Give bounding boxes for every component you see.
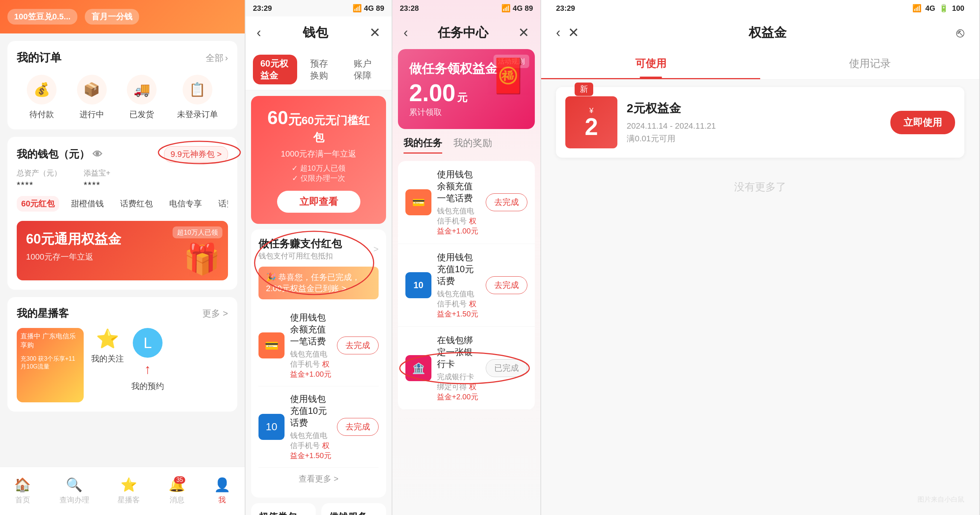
task-section-title: 做任务赚支付红包 bbox=[258, 237, 342, 251]
order-item-unlogged[interactable]: 📋 未登录订单 bbox=[177, 75, 218, 120]
banner-item-2[interactable]: 盲月一分钱 bbox=[85, 9, 139, 25]
wallet-stats: 总资产（元） **** 添益宝+ **** bbox=[17, 168, 228, 191]
xingbo-live-desc: 充300 获3个乐享+11月10G流量 bbox=[17, 353, 84, 373]
task-tab-reward[interactable]: 我的奖励 bbox=[453, 137, 492, 154]
wallet-tabs: 60元红包 甜橙借钱 话费红包 电信专享 话费 bbox=[17, 196, 228, 213]
wallet-tab-4[interactable]: 话费 bbox=[214, 196, 228, 211]
wallet-task-section: 做任务赚支付红包 钱包支付可用红包抵扣 > 🎉 恭喜您，任务已完成，2.00元权… bbox=[251, 229, 386, 498]
see-more[interactable]: 查看更多 > bbox=[258, 468, 379, 490]
close-icon-3[interactable]: ✕ bbox=[518, 25, 529, 41]
loan-service-title: 借钱服务 bbox=[329, 510, 379, 515]
battery-icon-4: 🔋 bbox=[939, 4, 948, 13]
task-row-name-2: 在钱包绑定一张银行卡 bbox=[437, 334, 480, 370]
task-row-desc-2: 完成银行卡绑定可得 权益金+2.00元 bbox=[437, 372, 480, 402]
xingbo-title: 我的星播客 bbox=[17, 307, 69, 321]
task-item-1: 10 使用钱包充值10元话费 钱包充值电信手机号 权益金+1.50元 去完成 bbox=[258, 386, 379, 468]
coupon-pack-title: 超值券包 bbox=[258, 510, 308, 515]
task-row-icon-2: 🏦 bbox=[406, 355, 431, 381]
add-benefit-label[interactable]: 添益宝+ bbox=[84, 168, 110, 178]
nav-home-label: 首页 bbox=[15, 495, 30, 505]
quanyi-coupon-card: 新 ¥ 2 2元权益金 2024.11.14 - 2024.11.21 满0.0… bbox=[556, 87, 964, 158]
wallet-promo-checks: ✓ 超10万人已领 ✓ 仅限办理一次 bbox=[262, 163, 375, 183]
xingbo-more[interactable]: 更多 > bbox=[202, 307, 228, 319]
network-3: 4G 89 bbox=[513, 4, 533, 13]
back-icon-2[interactable]: ‹ bbox=[257, 25, 261, 41]
task-hero: 活动规则 做任务领权益金 2.00 元 累计领取 🧧 bbox=[398, 49, 535, 129]
wallet-tab-0[interactable]: 60元红包 bbox=[17, 196, 59, 211]
loan-service-card: 借钱服务 常见问题 > 一键查询 bbox=[321, 503, 386, 515]
wifi-icon-4: 📶 bbox=[912, 4, 922, 13]
task-tabs: 我的任务 我的奖励 bbox=[392, 129, 540, 161]
coupon-amount: 2 bbox=[585, 115, 598, 139]
banner-item-1[interactable]: 100笠豆兑0.5... bbox=[8, 9, 77, 25]
order-item-shipped[interactable]: 🚚 已发货 bbox=[127, 75, 157, 120]
orders-title: 我的订单 bbox=[17, 50, 61, 65]
task-center-title: 任务中心 bbox=[438, 24, 488, 41]
orders-all-link[interactable]: 全部 › bbox=[206, 52, 228, 64]
status-bar-3: 23:28 📶 4G 89 bbox=[392, 0, 540, 16]
xingbo-live[interactable]: 直播中 广东电信乐享购 充300 获3个乐享+11月10G流量 bbox=[17, 328, 84, 402]
wallet-tab-1[interactable]: 甜橙借钱 bbox=[67, 196, 108, 211]
coupon-badge[interactable]: 9.9元神券包 > bbox=[164, 146, 228, 162]
task-row-btn-1[interactable]: 去完成 bbox=[486, 276, 527, 294]
wallet-tab-account[interactable]: 账户保障 bbox=[346, 55, 384, 84]
task-arrow[interactable]: > bbox=[374, 244, 379, 254]
wallet-promo-btn[interactable]: 立即查看 bbox=[277, 191, 360, 213]
home-icon: 🏠 bbox=[14, 477, 31, 493]
xingbo-follow[interactable]: ⭐ 我的关注 bbox=[91, 328, 124, 402]
wallet-header: ‹ 钱包 ✕ bbox=[245, 16, 391, 49]
close-icon-2[interactable]: ✕ bbox=[369, 25, 380, 41]
task-row-btn-0[interactable]: 去完成 bbox=[486, 193, 527, 211]
xingbo-reserve[interactable]: L ↑ 我的预约 bbox=[131, 328, 164, 402]
nav-me[interactable]: 👤 我 bbox=[214, 477, 231, 505]
xingbo-follow-label: 我的关注 bbox=[91, 353, 124, 364]
order-item-progress[interactable]: 📦 进行中 bbox=[77, 75, 107, 120]
eye-hide-icon[interactable]: 👁 bbox=[92, 149, 102, 160]
back-icon-4[interactable]: ‹ bbox=[556, 25, 560, 41]
top-banner: 100笠豆兑0.5... 盲月一分钱 bbox=[0, 0, 245, 33]
xingbo-reserve-label: 我的预约 bbox=[131, 381, 164, 392]
nav-search[interactable]: 🔍 查询办理 bbox=[59, 477, 89, 505]
nav-home[interactable]: 🏠 首页 bbox=[14, 477, 31, 505]
gift-icon: 🎁 bbox=[183, 242, 221, 277]
total-assets-label: 总资产（元） bbox=[17, 168, 61, 178]
wallet-tab-3[interactable]: 电信专享 bbox=[165, 196, 207, 211]
reserve-arrow: ↑ bbox=[144, 361, 151, 377]
task-btn-1[interactable]: 去完成 bbox=[337, 418, 379, 436]
wallet-tab-yucun[interactable]: 预存换购 bbox=[303, 55, 340, 84]
quanyi-tab-history[interactable]: 使用记录 bbox=[760, 49, 979, 79]
task-success-bar[interactable]: 🎉 恭喜您，任务已完成，2.00元权益金已到账 > bbox=[258, 267, 379, 299]
message-badge: 35 bbox=[174, 476, 185, 484]
network-4: 4G bbox=[925, 4, 935, 13]
quanyi-empty: 没有更多了 bbox=[541, 165, 979, 209]
promo-banner[interactable]: 超10万人已领 60元通用权益金 1000元存一年立返 🎁 bbox=[17, 221, 228, 280]
coupon-use-btn[interactable]: 立即使用 bbox=[890, 111, 955, 134]
watermark: 图片来自小白鼠 bbox=[918, 495, 964, 504]
task-row-name-0: 使用钱包余额充值一笔话费 bbox=[437, 168, 480, 204]
quanyi-tab-usable[interactable]: 可使用 bbox=[541, 49, 760, 79]
wallet-tab-quanyi[interactable]: 60元权益金 bbox=[253, 55, 297, 84]
task-tab-mine[interactable]: 我的任务 bbox=[404, 137, 442, 154]
orders-icons: 💰 待付款 📦 进行中 🚚 已发货 📋 未登录订单 bbox=[17, 75, 228, 120]
task-icon-1: 10 bbox=[258, 414, 285, 440]
task-row-1: 10 使用钱包充值10元话费 钱包充值电信手机号 权益金+1.50元 去完成 bbox=[398, 244, 535, 327]
share-icon-4[interactable]: ⎋ bbox=[956, 25, 964, 41]
nav-star-label: 星播客 bbox=[118, 495, 140, 505]
reserve-avatar: L bbox=[133, 328, 162, 358]
task-btn-0[interactable]: 去完成 bbox=[337, 337, 379, 354]
order-item-pay[interactable]: 💰 待付款 bbox=[27, 75, 57, 120]
back-icon-3[interactable]: ‹ bbox=[404, 25, 408, 41]
orders-section: 我的订单 全部 › 💰 待付款 📦 进行中 🚚 已发货 📋 未登录订单 bbox=[8, 41, 237, 129]
close-icon-4[interactable]: ✕ bbox=[568, 25, 579, 41]
nav-message[interactable]: 🔔 35 消息 bbox=[169, 477, 185, 505]
order-icon-pay: 💰 bbox=[27, 75, 57, 105]
task-row-icon-1: 10 bbox=[406, 272, 431, 298]
order-label-shipped: 已发货 bbox=[129, 109, 154, 120]
task-hero-decoration: 🧧 bbox=[488, 57, 529, 95]
star-icon: ⭐ bbox=[96, 328, 119, 350]
wallet-tab-2[interactable]: 话费红包 bbox=[116, 196, 158, 211]
coupon-amount-block: ¥ 2 bbox=[565, 96, 617, 148]
task-hero-sub: 累计领取 bbox=[409, 107, 523, 118]
nav-star[interactable]: ⭐ 星播客 bbox=[118, 477, 140, 505]
task-desc-1: 钱包充值电信手机号 权益金+1.50元 bbox=[290, 431, 331, 461]
